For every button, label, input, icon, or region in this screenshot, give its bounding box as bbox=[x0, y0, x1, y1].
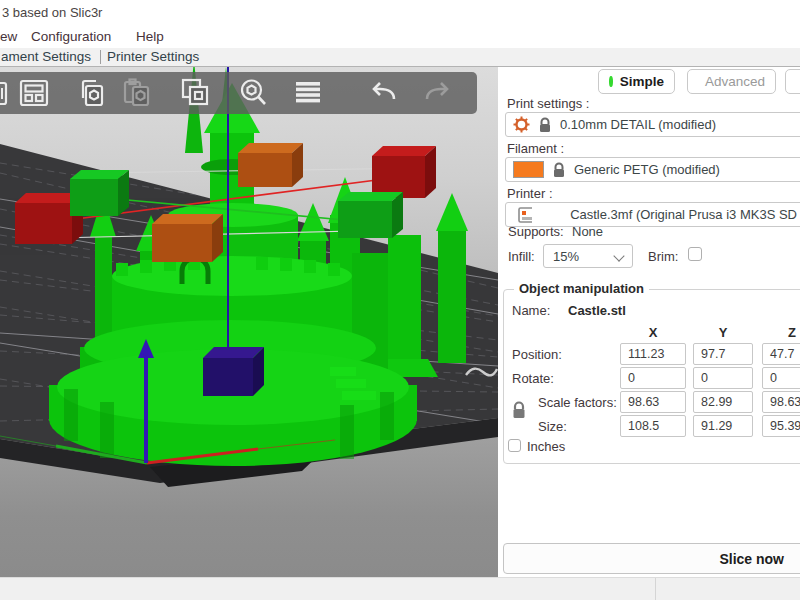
supports-label: Supports: bbox=[508, 224, 564, 239]
printer-icon bbox=[518, 207, 532, 223]
position-x-field[interactable]: 111.23 bbox=[620, 343, 686, 365]
title-bar: 3 based on Slic3r bbox=[0, 0, 800, 26]
simple-mode-button[interactable]: Simple bbox=[598, 69, 675, 94]
infill-value: 15% bbox=[553, 249, 579, 264]
add-instance-icon[interactable] bbox=[178, 76, 212, 110]
size-z-field[interactable]: 95.39 bbox=[762, 415, 800, 437]
scale-handle-green-left[interactable] bbox=[70, 170, 129, 216]
column-header-y: Y bbox=[693, 325, 753, 340]
rotate-x-field[interactable]: 0 bbox=[620, 367, 686, 389]
brim-label: Brim: bbox=[648, 249, 678, 264]
size-label: Size: bbox=[538, 419, 567, 434]
filament-color-swatch bbox=[513, 161, 544, 178]
menu-bar: ew Configuration Help bbox=[0, 26, 800, 48]
scale-x-field[interactable]: 98.63 bbox=[620, 391, 686, 413]
lock-icon bbox=[538, 117, 552, 133]
status-bar-divider bbox=[655, 578, 656, 600]
filament-combo[interactable]: Generic PETG (modified) bbox=[505, 157, 800, 182]
print-settings-value: 0.10mm DETAIL (modified) bbox=[560, 117, 716, 132]
scale-lock-icon[interactable] bbox=[511, 400, 527, 420]
status-bar bbox=[0, 577, 800, 600]
scale-factors-label: Scale factors: bbox=[538, 395, 617, 410]
window-title: 3 based on Slic3r bbox=[2, 5, 102, 20]
object-name-value: Castle.stl bbox=[568, 303, 626, 318]
size-y-field[interactable]: 91.29 bbox=[693, 415, 753, 437]
rotate-label: Rotate: bbox=[512, 371, 554, 386]
inches-label: Inches bbox=[527, 439, 565, 454]
advanced-mode-button[interactable]: Advanced bbox=[687, 69, 776, 94]
undo-icon[interactable] bbox=[366, 76, 400, 110]
simple-mode-label: Simple bbox=[620, 74, 664, 89]
print-settings-label: Print settings : bbox=[507, 96, 589, 111]
expert-mode-button-partial[interactable] bbox=[785, 69, 800, 94]
layers-icon[interactable] bbox=[291, 76, 325, 110]
delete-icon[interactable] bbox=[0, 76, 10, 110]
column-header-x: X bbox=[620, 325, 686, 340]
menu-help[interactable]: Help bbox=[136, 29, 164, 44]
inches-checkbox[interactable] bbox=[508, 439, 521, 452]
print-settings-combo[interactable]: 0.10mm DETAIL (modified) bbox=[505, 112, 800, 137]
infill-label: Infill: bbox=[508, 249, 535, 264]
column-header-z: Z bbox=[762, 325, 800, 340]
printer-value: Castle.3mf (Original Prusa i3 MK3S SD bbox=[570, 207, 797, 222]
printer-label: Printer : bbox=[507, 186, 553, 201]
lock-icon bbox=[552, 162, 566, 178]
simple-mode-dot bbox=[609, 76, 613, 87]
viewport-toolbar bbox=[0, 72, 477, 114]
object-name-label: Name: bbox=[512, 303, 550, 318]
position-label: Position: bbox=[512, 347, 562, 362]
slice-now-label: Slice now bbox=[719, 551, 784, 567]
search-icon[interactable] bbox=[236, 76, 270, 110]
position-z-field[interactable]: 47.7 bbox=[762, 343, 800, 365]
redo-icon[interactable] bbox=[421, 76, 455, 110]
position-y-field[interactable]: 97.7 bbox=[693, 343, 753, 365]
object-manipulation-title: Object manipulation bbox=[514, 281, 649, 296]
3d-scene bbox=[0, 67, 498, 577]
arrange-icon[interactable] bbox=[17, 76, 51, 110]
prusaslicer-window: 3 based on Slic3r ew Configuration Help … bbox=[0, 0, 800, 600]
chevron-down-icon bbox=[613, 250, 624, 261]
castle-model[interactable] bbox=[49, 67, 468, 466]
infill-select[interactable]: 15% bbox=[543, 244, 633, 268]
gear-icon bbox=[513, 116, 530, 133]
3d-viewport[interactable] bbox=[0, 67, 498, 577]
size-x-field[interactable]: 108.5 bbox=[620, 415, 686, 437]
scale-handle-green-right[interactable] bbox=[338, 192, 403, 238]
brim-checkbox[interactable] bbox=[688, 247, 702, 261]
filament-label: Filament : bbox=[507, 141, 564, 156]
filament-value: Generic PETG (modified) bbox=[574, 162, 720, 177]
copy-icon[interactable] bbox=[73, 76, 107, 110]
tab-separator bbox=[100, 50, 101, 64]
slice-now-button[interactable]: Slice now bbox=[503, 543, 800, 574]
rotate-y-field[interactable]: 0 bbox=[693, 367, 753, 389]
scale-z-field[interactable]: 98.63 bbox=[762, 391, 800, 413]
menu-view-partial[interactable]: ew bbox=[0, 29, 17, 44]
scale-handle-orange-mid[interactable] bbox=[152, 214, 223, 262]
supports-value[interactable]: None bbox=[572, 224, 603, 239]
scale-handle-orange-top[interactable] bbox=[238, 143, 303, 187]
tab-filament-settings-partial[interactable]: ament Settings bbox=[1, 49, 91, 66]
scale-handle-red-right[interactable] bbox=[372, 146, 436, 198]
tab-printer-settings[interactable]: Printer Settings bbox=[107, 49, 199, 66]
rotate-z-field[interactable]: 0 bbox=[762, 367, 800, 389]
scale-handle-blue-bottom[interactable] bbox=[203, 347, 264, 396]
right-sidebar: Simple Advanced Print settings : 0 bbox=[498, 67, 800, 577]
settings-tab-bar: ament Settings Printer Settings bbox=[0, 48, 800, 67]
advanced-mode-label: Advanced bbox=[705, 74, 765, 89]
menu-configuration[interactable]: Configuration bbox=[31, 29, 111, 44]
paste-icon[interactable] bbox=[119, 76, 153, 110]
scale-y-field[interactable]: 82.99 bbox=[693, 391, 753, 413]
